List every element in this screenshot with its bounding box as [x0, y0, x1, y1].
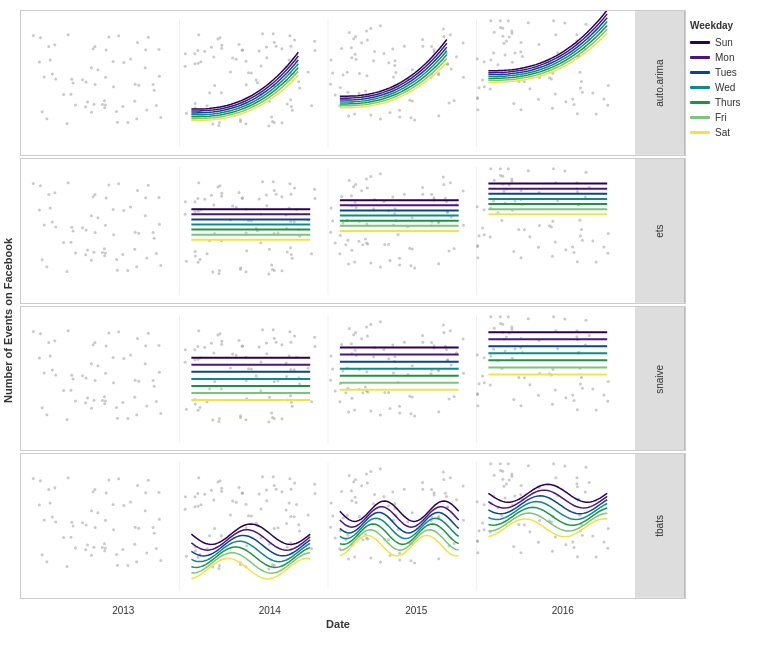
- legend-line-sun: [690, 41, 710, 44]
- main-container: Number of Events on Facebook auto.arima …: [0, 0, 776, 671]
- legend-label-sat: Sat: [715, 127, 730, 138]
- legend-label-fri: Fri: [715, 112, 727, 123]
- charts-column: auto.arima ets snaive tbat: [20, 10, 686, 631]
- legend-line-fri: [690, 116, 710, 119]
- panel-label-4: tbats: [635, 454, 685, 598]
- x-axis-row: 2013 2014 2015 2016 Date: [20, 601, 686, 631]
- x-tick-2014: 2014: [259, 605, 281, 616]
- chart-area-3: [21, 307, 635, 451]
- chart-area-2: [21, 159, 635, 303]
- panel-auto-arima: auto.arima: [20, 10, 686, 156]
- panel-tbats: tbats: [20, 453, 686, 599]
- legend-panel: Weekday Sun Mon Tues Wed Thurs: [686, 10, 776, 631]
- legend-line-mon: [690, 56, 710, 59]
- legend-line-thurs: [690, 101, 710, 104]
- charts-and-legend: auto.arima ets snaive tbat: [20, 10, 776, 631]
- chart-area-1: [21, 11, 635, 155]
- legend-label-mon: Mon: [715, 52, 734, 63]
- legend-label-thurs: Thurs: [715, 97, 741, 108]
- x-axis-area: 2013 2014 2015 2016 Date: [40, 601, 636, 631]
- legend-item-sat: Sat: [690, 127, 772, 138]
- legend-line-wed: [690, 86, 710, 89]
- legend-item-tues: Tues: [690, 67, 772, 78]
- chart-canvas-3: [21, 307, 635, 450]
- legend-item-sun: Sun: [690, 37, 772, 48]
- legend-line-tues: [690, 71, 710, 74]
- chart-canvas-4: [21, 454, 635, 597]
- x-tick-2016: 2016: [552, 605, 574, 616]
- legend-label-tues: Tues: [715, 67, 737, 78]
- legend-title: Weekday: [690, 20, 772, 31]
- x-axis-ticks: 2013 2014 2015 2016: [40, 601, 636, 616]
- legend-item-wed: Wed: [690, 82, 772, 93]
- legend-item-fri: Fri: [690, 112, 772, 123]
- legend-item-thurs: Thurs: [690, 97, 772, 108]
- legend-line-sat: [690, 131, 710, 134]
- panel-label-3: snaive: [635, 307, 685, 451]
- chart-canvas-1: [21, 11, 635, 154]
- legend-label-wed: Wed: [715, 82, 735, 93]
- y-axis-label: Number of Events on Facebook: [0, 10, 20, 631]
- legend-item-mon: Mon: [690, 52, 772, 63]
- legend-label-sun: Sun: [715, 37, 733, 48]
- x-tick-2013: 2013: [112, 605, 134, 616]
- panel-label-2: ets: [635, 159, 685, 303]
- panel-label-1: auto.arima: [635, 11, 685, 155]
- panel-snaive: snaive: [20, 306, 686, 452]
- chart-canvas-2: [21, 159, 635, 302]
- x-axis-title: Date: [40, 618, 636, 630]
- chart-area-4: [21, 454, 635, 598]
- x-tick-2015: 2015: [405, 605, 427, 616]
- panel-ets: ets: [20, 158, 686, 304]
